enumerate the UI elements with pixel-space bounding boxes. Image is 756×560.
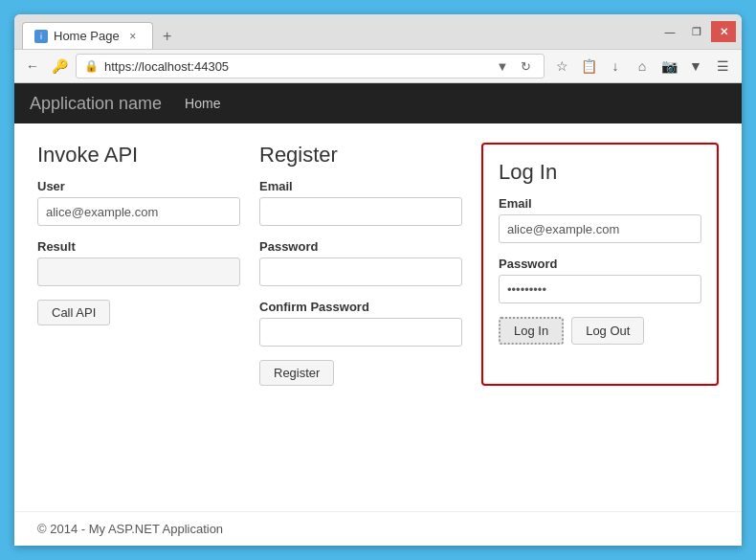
tab-close-button[interactable]: × [125, 29, 141, 44]
call-api-button[interactable]: Call API [37, 300, 110, 325]
register-title: Register [259, 143, 462, 168]
reg-password-group: Password [259, 239, 462, 286]
reg-password-input[interactable] [259, 258, 462, 286]
toolbar-icons: ☆ 📋 ↓ ⌂ 📷 ▼ ☰ [550, 55, 734, 78]
login-buttons: Log In Log Out [499, 317, 701, 345]
invoke-api-section: Invoke API User Result Call API [37, 143, 240, 386]
minimize-button[interactable]: — [657, 21, 682, 42]
login-title: Log In [499, 160, 701, 185]
result-group: Result [37, 239, 240, 286]
extensions-icon[interactable]: 📷 [657, 55, 680, 78]
close-button[interactable]: ✕ [711, 21, 736, 42]
user-group: User [37, 179, 240, 226]
clipboard-icon[interactable]: 📋 [577, 55, 600, 78]
app-navbar: Application name Home [14, 83, 742, 123]
reg-confirm-input[interactable] [259, 318, 462, 347]
lock-icon: 🔒 [84, 59, 99, 73]
user-label: User [37, 179, 240, 193]
register-button[interactable]: Register [259, 360, 334, 386]
result-input [37, 258, 240, 286]
page-footer: © 2014 - My ASP.NET Application [14, 511, 742, 546]
address-bar: ← 🔑 🔒 https://localhost:44305 ▼ ↻ ☆ 📋 ↓ … [14, 49, 742, 83]
login-section: Log In Email Password Log In Log Out [481, 143, 719, 386]
reg-email-group: Email [259, 179, 462, 226]
tab-favicon: i [34, 30, 48, 43]
forward-button[interactable]: 🔑 [49, 56, 70, 77]
login-password-input[interactable] [499, 275, 701, 303]
window-controls: — ❐ ✕ [657, 21, 742, 42]
app-name: Application name [30, 94, 162, 114]
footer-text: © 2014 - My ASP.NET Application [37, 522, 223, 536]
login-email-label: Email [499, 196, 701, 211]
sections-row: Invoke API User Result Call API Register… [37, 143, 719, 386]
back-button[interactable]: ← [22, 56, 43, 77]
reg-password-label: Password [259, 239, 462, 254]
title-bar: i Home Page × + — ❐ ✕ [14, 14, 742, 49]
active-tab[interactable]: i Home Page × [22, 22, 153, 49]
reg-email-input[interactable] [259, 197, 462, 226]
download-icon[interactable]: ↓ [604, 55, 627, 78]
home-icon[interactable]: ⌂ [631, 55, 654, 78]
new-tab-button[interactable]: + [157, 26, 178, 47]
menu-dropdown[interactable]: ▼ [684, 55, 707, 78]
refresh-button[interactable]: ↻ [515, 56, 536, 77]
user-input[interactable] [37, 197, 240, 226]
url-display: https://localhost:44305 [104, 59, 486, 74]
invoke-api-title: Invoke API [37, 143, 240, 168]
result-label: Result [37, 239, 240, 254]
login-button[interactable]: Log In [499, 317, 564, 345]
page-content: Invoke API User Result Call API Register… [14, 123, 742, 511]
logout-button[interactable]: Log Out [571, 317, 644, 345]
hamburger-menu[interactable]: ☰ [711, 55, 734, 78]
reg-confirm-label: Confirm Password [259, 300, 462, 314]
reg-confirm-group: Confirm Password [259, 300, 462, 347]
login-email-input[interactable] [499, 214, 701, 243]
register-section: Register Email Password Confirm Password… [259, 143, 462, 386]
star-icon[interactable]: ☆ [550, 55, 573, 78]
login-password-group: Password [499, 257, 701, 303]
tab-bar: i Home Page × + [14, 14, 657, 49]
dropdown-arrow[interactable]: ▼ [492, 56, 513, 77]
address-input-wrapper[interactable]: 🔒 https://localhost:44305 ▼ ↻ [76, 54, 545, 78]
tab-title: Home Page [54, 29, 120, 43]
login-password-label: Password [499, 257, 701, 271]
restore-button[interactable]: ❐ [684, 21, 709, 42]
nav-home[interactable]: Home [181, 96, 224, 111]
reg-email-label: Email [259, 179, 462, 193]
login-email-group: Email [499, 196, 701, 243]
